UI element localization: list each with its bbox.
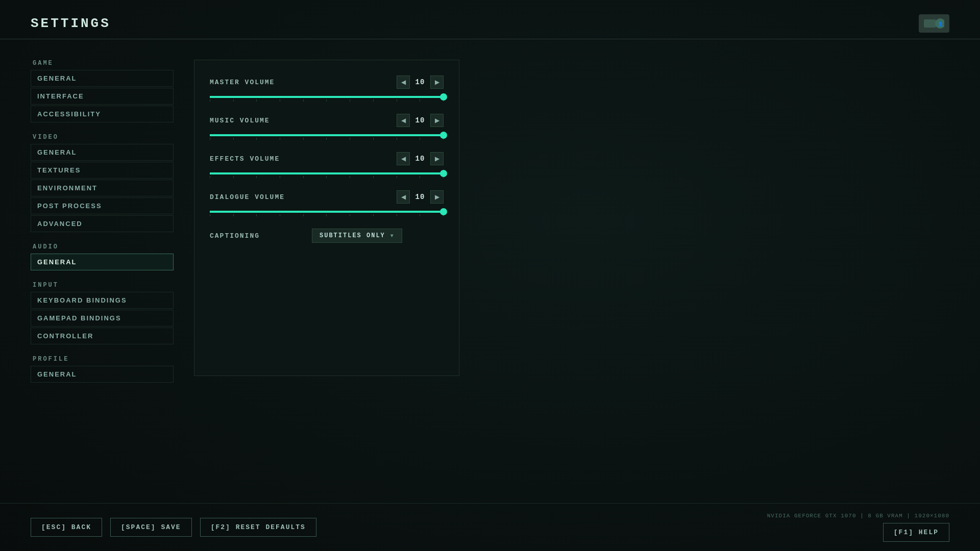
sidebar-item-profile-general[interactable]: GENERAL <box>31 366 174 383</box>
sidebar-item-video-environment[interactable]: ENVIRONMENT <box>31 180 174 196</box>
effects-volume-slider[interactable] <box>210 170 444 178</box>
captioning-label: CAPTIONING <box>210 232 312 240</box>
captioning-dropdown[interactable]: SUBTITLES ONLY▼ <box>312 229 402 243</box>
master-volume-label: MASTER VOLUME <box>210 79 312 86</box>
music-volume-slider[interactable] <box>210 132 444 140</box>
master-volume-slider[interactable] <box>210 94 444 102</box>
sidebar-item-game-general[interactable]: GENERAL <box>31 70 174 87</box>
music-volume-value: 10 <box>414 116 426 124</box>
sidebar-item-video-advanced[interactable]: ADVANCED <box>31 215 174 232</box>
sidebar-section-audio: AUDIO <box>31 243 174 251</box>
effects-volume-decrement-button[interactable]: ◀ <box>397 152 410 165</box>
svg-rect-0 <box>924 19 936 28</box>
sidebar-item-game-interface[interactable]: INTERFACE <box>31 88 174 105</box>
sidebar-section-video: VIDEO <box>31 134 174 141</box>
help-button[interactable]: [F1] HELP <box>883 523 949 542</box>
sidebar-item-video-general[interactable]: GENERAL <box>31 144 174 161</box>
master-volume-decrement-button[interactable]: ◀ <box>397 76 410 89</box>
svg-text:👤: 👤 <box>938 21 944 27</box>
captioning-row: CAPTIONINGSUBTITLES ONLY▼ <box>210 229 444 243</box>
dialogue-volume-label: DIALOGUE VOLUME <box>210 193 312 201</box>
save-button[interactable]: [SPACE] SAVE <box>110 518 192 537</box>
sidebar-item-input-keyboard[interactable]: KEYBOARD BINDINGS <box>31 292 174 309</box>
setting-row-effects-volume: EFFECTS VOLUME◀10▶ <box>210 152 444 178</box>
music-volume-label: MUSIC VOLUME <box>210 117 312 124</box>
effects-volume-increment-button[interactable]: ▶ <box>430 152 444 165</box>
music-volume-decrement-button[interactable]: ◀ <box>397 114 410 127</box>
content-panel: MASTER VOLUME◀10▶MUSIC VOLUME◀10▶EFFECTS… <box>194 60 459 376</box>
setting-row-master-volume: MASTER VOLUME◀10▶ <box>210 76 444 102</box>
sidebar-item-video-textures[interactable]: TEXTURES <box>31 162 174 179</box>
dialogue-volume-value: 10 <box>414 193 426 201</box>
sidebar-item-audio-general[interactable]: GENERAL <box>31 254 174 270</box>
sidebar-item-input-controller[interactable]: CONTROLLER <box>31 328 174 344</box>
dialogue-volume-decrement-button[interactable]: ◀ <box>397 190 410 204</box>
effects-volume-label: EFFECTS VOLUME <box>210 155 312 163</box>
effects-volume-value: 10 <box>414 155 426 163</box>
dropdown-arrow-icon: ▼ <box>390 233 395 239</box>
master-volume-increment-button[interactable]: ▶ <box>430 76 444 89</box>
page-title: SETTINGS <box>31 16 111 31</box>
avatar: 👤 <box>919 14 949 33</box>
sidebar-item-input-gamepad[interactable]: GAMEPAD BINDINGS <box>31 310 174 327</box>
back-button[interactable]: [ESC] BACK <box>31 518 102 537</box>
sidebar-section-game: GAME <box>31 60 174 67</box>
setting-row-music-volume: MUSIC VOLUME◀10▶ <box>210 114 444 140</box>
master-volume-value: 10 <box>414 78 426 86</box>
sidebar-section-input: INPUT <box>31 282 174 289</box>
sidebar-section-profile: PROFILE <box>31 356 174 363</box>
reset-defaults-button[interactable]: [F2] RESET DEFAULTS <box>200 518 316 537</box>
dialogue-volume-slider[interactable] <box>210 209 444 216</box>
dialogue-volume-increment-button[interactable]: ▶ <box>430 190 444 204</box>
sidebar: GAMEGENERALINTERFACEACCESSIBILITYVIDEOGE… <box>31 60 174 504</box>
sidebar-item-video-postprocess[interactable]: POST PROCESS <box>31 197 174 214</box>
setting-row-dialogue-volume: DIALOGUE VOLUME◀10▶ <box>210 190 444 216</box>
captioning-value: SUBTITLES ONLY <box>320 232 385 239</box>
system-info: NVIDIA GEFORCE GTX 1070 | 8 GB VRAM | 19… <box>767 513 949 519</box>
music-volume-increment-button[interactable]: ▶ <box>430 114 444 127</box>
sidebar-item-game-accessibility[interactable]: ACCESSIBILITY <box>31 106 174 122</box>
